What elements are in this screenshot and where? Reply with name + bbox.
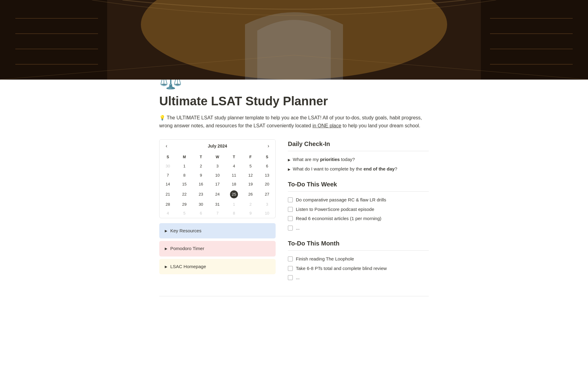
calendar-month-label: July 2024	[208, 143, 227, 149]
checklist-item: Read 6 economist articles (1 per morning…	[288, 215, 429, 222]
toggle-text: What do I want to complete by the end of…	[293, 166, 397, 173]
checklist-checkbox[interactable]	[288, 257, 293, 261]
calendar: ‹ July 2024 › SMTWTFS 301234567891011121…	[159, 139, 276, 218]
calendar-day[interactable]: 27	[259, 189, 275, 200]
calendar-day[interactable]: 15	[176, 180, 193, 189]
calendar-day[interactable]: 25	[226, 189, 242, 200]
todo-week-divider	[288, 191, 429, 192]
callout-container: ▶Key Resources▶Pomodoro Timer▶LSAC Homep…	[159, 223, 276, 275]
callout-label: LSAC Homepage	[170, 263, 206, 270]
hero-banner	[0, 0, 588, 80]
calendar-day[interactable]: 18	[226, 180, 242, 189]
toggle-text: What are my priorities today?	[293, 156, 355, 163]
todo-month-divider	[288, 250, 429, 251]
checklist-checkbox[interactable]	[288, 216, 293, 221]
checklist-text: ...	[296, 225, 300, 232]
calendar-day[interactable]: 21	[160, 189, 176, 200]
calendar-day[interactable]: 26	[242, 189, 259, 200]
calendar-day[interactable]: 29	[176, 200, 193, 209]
callout-arrow-icon: ▶	[165, 246, 167, 251]
calendar-prev-button[interactable]: ‹	[164, 143, 169, 149]
page-title: Ultimate LSAT Study Planner	[159, 92, 429, 110]
calendar-day[interactable]: 8	[226, 209, 242, 218]
calendar-day-header: T	[193, 152, 209, 162]
two-column-layout: ‹ July 2024 › SMTWTFS 301234567891011121…	[159, 139, 429, 284]
calendar-day[interactable]: 14	[160, 180, 176, 189]
callout-lsac-homepage[interactable]: ▶LSAC Homepage	[159, 259, 276, 275]
calendar-day-header: W	[209, 152, 226, 162]
checklist-text: Listen to PowerScore podcast episode	[296, 206, 374, 213]
checklist-checkbox[interactable]	[288, 275, 293, 280]
calendar-day[interactable]: 20	[259, 180, 275, 189]
description-link[interactable]: in ONE place	[312, 123, 341, 128]
calendar-day[interactable]: 3	[259, 200, 275, 209]
todo-month-items: Finish reading The LoopholeTake 6-8 PTs …	[288, 256, 429, 281]
calendar-day[interactable]: 13	[259, 171, 275, 180]
calendar-day-header: S	[259, 152, 275, 162]
checklist-item: Finish reading The Loophole	[288, 256, 429, 263]
calendar-day[interactable]: 6	[259, 162, 275, 171]
checklist-text: Finish reading The Loophole	[296, 256, 354, 263]
checklist-item: ...	[288, 274, 429, 281]
calendar-next-button[interactable]: ›	[266, 143, 271, 149]
calendar-day[interactable]: 1	[176, 162, 193, 171]
calendar-day[interactable]: 22	[176, 189, 193, 200]
calendar-day[interactable]: 4	[226, 162, 242, 171]
calendar-day[interactable]: 8	[176, 171, 193, 180]
calendar-day[interactable]: 16	[193, 180, 209, 189]
calendar-day[interactable]: 7	[209, 209, 226, 218]
checklist-item: Do comparative passage RC & flaw LR dril…	[288, 197, 429, 204]
calendar-day[interactable]: 1	[226, 200, 242, 209]
daily-checkin-title: Daily Check-In	[288, 139, 429, 148]
todo-week-items: Do comparative passage RC & flaw LR dril…	[288, 197, 429, 231]
callout-label: Key Resources	[170, 227, 202, 234]
calendar-day[interactable]: 10	[259, 209, 275, 218]
callout-pomodoro-timer[interactable]: ▶Pomodoro Timer	[159, 241, 276, 257]
calendar-day[interactable]: 24	[209, 189, 226, 200]
callout-key-resources[interactable]: ▶Key Resources	[159, 223, 276, 239]
calendar-day[interactable]: 23	[193, 189, 209, 200]
daily-checkin-items: ▶What are my priorities today?▶What do I…	[288, 156, 429, 172]
daily-checkin-item[interactable]: ▶What are my priorities today?	[288, 156, 429, 163]
calendar-day[interactable]: 3	[209, 162, 226, 171]
checklist-checkbox[interactable]	[288, 207, 293, 212]
bottom-divider	[159, 296, 429, 296]
toggle-arrow-icon: ▶	[288, 167, 290, 172]
calendar-day[interactable]: 9	[242, 209, 259, 218]
page-description: 💡 The ULTIMATE LSAT study planner templa…	[159, 114, 429, 129]
calendar-day[interactable]: 17	[209, 180, 226, 189]
calendar-day[interactable]: 11	[226, 171, 242, 180]
calendar-day[interactable]: 2	[242, 200, 259, 209]
checklist-text: Take 6-8 PTs total and complete blind re…	[296, 265, 387, 272]
checklist-text: Read 6 economist articles (1 per morning…	[296, 215, 381, 222]
page-content: ⚖️ Ultimate LSAT Study Planner 💡 The ULT…	[141, 70, 447, 315]
checklist-checkbox[interactable]	[288, 226, 293, 230]
calendar-day[interactable]: 10	[209, 171, 226, 180]
checklist-checkbox[interactable]	[288, 197, 293, 202]
right-column: Daily Check-In ▶What are my priorities t…	[288, 139, 429, 284]
calendar-day[interactable]: 12	[242, 171, 259, 180]
calendar-day[interactable]: 6	[193, 209, 209, 218]
calendar-day[interactable]: 5	[242, 162, 259, 171]
calendar-day[interactable]: 7	[160, 171, 176, 180]
calendar-day[interactable]: 4	[160, 209, 176, 218]
calendar-day-header: F	[242, 152, 259, 162]
description-text-after: to help you land your dream school.	[341, 123, 420, 128]
calendar-day[interactable]: 30	[193, 200, 209, 209]
calendar-header: ‹ July 2024 ›	[160, 140, 275, 152]
checklist-checkbox[interactable]	[288, 266, 293, 271]
calendar-day[interactable]: 5	[176, 209, 193, 218]
daily-checkin-item[interactable]: ▶What do I want to complete by the end o…	[288, 166, 429, 173]
calendar-day[interactable]: 9	[193, 171, 209, 180]
callout-label: Pomodoro Timer	[170, 245, 204, 252]
description-emoji: 💡	[159, 115, 165, 120]
calendar-day[interactable]: 31	[209, 200, 226, 209]
checklist-text: Do comparative passage RC & flaw LR dril…	[296, 197, 386, 204]
calendar-day[interactable]: 19	[242, 180, 259, 189]
svg-rect-2	[0, 0, 107, 80]
calendar-day[interactable]: 2	[193, 162, 209, 171]
calendar-day[interactable]: 28	[160, 200, 176, 209]
calendar-day-header: S	[160, 152, 176, 162]
left-column: ‹ July 2024 › SMTWTFS 301234567891011121…	[159, 139, 276, 277]
calendar-day[interactable]: 30	[160, 162, 176, 171]
